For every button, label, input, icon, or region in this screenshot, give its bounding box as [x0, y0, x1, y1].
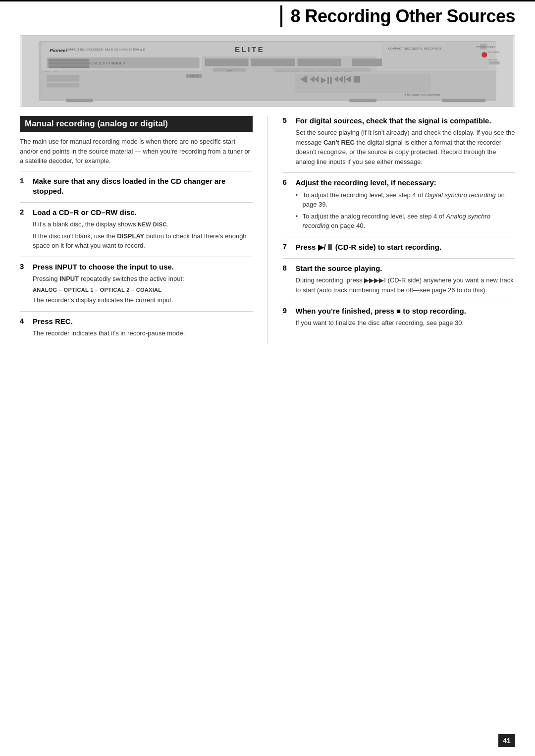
step-2-title: Load a CD–R or CD–RW disc.: [33, 208, 137, 217]
svg-rect-18: [298, 58, 341, 66]
svg-rect-59: [354, 76, 360, 82]
svg-rect-16: [205, 58, 249, 66]
svg-text:COMPACT DISC RECORDER · MULTI-: COMPACT DISC RECORDER · MULTI-CD CHANGER…: [66, 48, 145, 51]
device-illustration: Pioneer COMPACT DISC RECORDER · MULTI-CD…: [20, 36, 515, 107]
svg-rect-11: [49, 62, 90, 64]
step-7: 7 Press ▶/⏸ (CD-R side) to start recordi…: [283, 237, 516, 258]
step-1-title: Make sure that any discs loaded in the C…: [33, 176, 253, 197]
bullet-2: To adjust the analog recording level, se…: [296, 212, 516, 231]
step-8-header: 8 Start the source playing.: [283, 264, 516, 273]
step-4: 4 Press REC. The recorder indicates that…: [20, 311, 253, 344]
step-8-title: Start the source playing.: [296, 264, 382, 273]
header-bar: [280, 5, 282, 27]
intro-text: The main use for manual recording mode i…: [20, 137, 253, 166]
step-3-number: 3: [20, 262, 29, 270]
step-3-body: Pressing INPUT repeatedly switches the a…: [33, 274, 253, 305]
step-2-number: 2: [20, 208, 29, 216]
step-7-number: 7: [283, 242, 292, 251]
svg-text:INPUT: INPUT: [190, 75, 198, 78]
svg-rect-47: [295, 74, 431, 93]
step-2-header: 2 Load a CD–R or CD–RW disc.: [20, 208, 253, 217]
step-4-header: 4 Press REC.: [20, 317, 253, 326]
step-1-header: 1 Make sure that any discs loaded in the…: [20, 176, 253, 197]
step-1: 1 Make sure that any discs loaded in the…: [20, 171, 253, 203]
step-6-header: 6 Adjust the recording level, if necessa…: [283, 178, 516, 188]
device-image: Pioneer COMPACT DISC RECORDER · MULTI-CD…: [20, 35, 515, 107]
svg-rect-10: [49, 59, 90, 61]
step-6-body: To adjust the recording level, see step …: [296, 190, 516, 231]
svg-rect-44: [47, 83, 80, 88]
svg-rect-12: [49, 66, 90, 68]
step-5-number: 5: [283, 116, 292, 124]
svg-rect-17: [251, 58, 295, 66]
svg-text:Pioneer: Pioneer: [50, 48, 68, 53]
left-column: Manual recording (analog or digital) The…: [20, 116, 268, 344]
step-6-title: Adjust the recording level, if necessary…: [296, 178, 436, 188]
step-6-number: 6: [283, 178, 292, 186]
step-4-body: The recorder indicates that it's in reco…: [33, 328, 253, 338]
svg-rect-62: [349, 99, 376, 103]
step-9-body: If you want to finalize the disc after r…: [296, 318, 516, 328]
svg-rect-61: [66, 99, 93, 103]
step-9-number: 9: [283, 306, 292, 315]
step-9-header: 9 When you're finished, press ■ to stop …: [283, 306, 516, 316]
step-4-number: 4: [20, 317, 29, 325]
main-content: Manual recording (analog or digital) The…: [0, 116, 535, 344]
svg-text:REC MUTE: REC MUTE: [488, 51, 499, 54]
svg-rect-41: [489, 61, 500, 65]
svg-text:Hi-bit Legacy Link Conversion: Hi-bit Legacy Link Conversion: [404, 93, 440, 96]
step-3-header: 3 Press INPUT to choose the input to use…: [20, 262, 253, 272]
step-9: 9 When you're finished, press ■ to stop …: [283, 301, 516, 334]
step-8-number: 8: [283, 264, 292, 272]
page-header: 8 Recording Other Sources: [0, 0, 535, 30]
step-6-bullets: To adjust the recording level, see step …: [296, 190, 516, 231]
step-3-after: The recorder's display indicates the cur…: [33, 295, 253, 305]
step-3-title: Press INPUT to choose the input to use.: [33, 262, 174, 272]
svg-text:ELITE: ELITE: [235, 45, 265, 54]
step-3: 3 Press INPUT to choose the input to use…: [20, 257, 253, 311]
svg-text:COMPACT DISC DIGITAL RECORDER: COMPACT DISC DIGITAL RECORDER: [388, 47, 441, 50]
svg-point-37: [482, 52, 487, 57]
step-5-title: For digital sources, check that the sign…: [296, 116, 491, 126]
step-7-title: Press ▶/⏸ (CD-R side) to start recording…: [296, 242, 442, 252]
svg-rect-43: [47, 75, 80, 81]
svg-rect-49: [306, 76, 307, 82]
svg-rect-54: [330, 77, 332, 84]
step-1-number: 1: [20, 176, 29, 185]
page-number: 41: [498, 734, 515, 747]
step-2-body: If it's a blank disc, the display shows …: [33, 219, 253, 251]
step-5-body: Set the source playing (if it isn't alre…: [296, 128, 516, 166]
right-column: 5 For digital sources, check that the si…: [268, 116, 516, 344]
svg-text:REC VOL: REC VOL: [488, 58, 498, 61]
step-6: 6 Adjust the recording level, if necessa…: [283, 172, 516, 236]
step-9-title: When you're finished, press ■ to stop re…: [296, 306, 466, 316]
page-title: 8 Recording Other Sources: [290, 6, 515, 27]
step-7-header: 7 Press ▶/⏸ (CD-R side) to start recordi…: [283, 242, 516, 252]
step-2: 2 Load a CD–R or CD–RW disc. If it's a b…: [20, 202, 253, 257]
svg-text:OPEN/CLOSE: OPEN/CLOSE: [476, 46, 490, 48]
step-5-header: 5 For digital sources, check that the si…: [283, 116, 516, 126]
svg-rect-53: [327, 77, 329, 84]
step-5: 5 For digital sources, check that the si…: [283, 116, 516, 172]
svg-rect-57: [344, 76, 345, 82]
bullet-1: To adjust the recording level, see step …: [296, 190, 516, 210]
step-9-body-text: If you want to finalize the disc after r…: [296, 318, 516, 328]
svg-text:REC: REC: [490, 46, 496, 49]
step-8-body: During recording, press ▶▶▶▶I (CD-R side…: [296, 275, 516, 295]
step-4-title: Press REC.: [33, 317, 73, 326]
step-4-body-text: The recorder indicates that it's in reco…: [33, 328, 253, 338]
input-sequence: ANALOG – OPTICAL 1 – OPTICAL 2 – COAXIAL: [33, 286, 253, 294]
section-heading: Manual recording (analog or digital): [20, 116, 253, 132]
svg-rect-63: [442, 99, 485, 103]
step-8: 8 Start the source playing. During recor…: [283, 258, 516, 301]
